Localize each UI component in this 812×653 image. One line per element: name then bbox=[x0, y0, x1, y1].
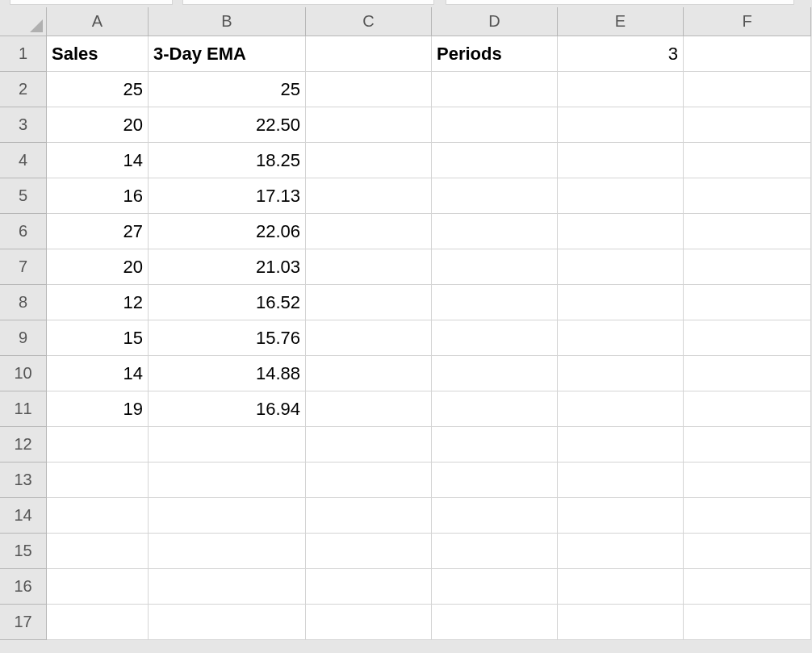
row-header-9[interactable]: 9 bbox=[0, 320, 47, 356]
cell-C10[interactable] bbox=[306, 356, 432, 391]
cell-B12[interactable] bbox=[149, 427, 306, 463]
cell-F15[interactable] bbox=[684, 534, 811, 569]
row-header-15[interactable]: 15 bbox=[0, 534, 47, 569]
cell-B4[interactable]: 18.25 bbox=[149, 143, 306, 178]
cell-D3[interactable] bbox=[432, 107, 558, 143]
cell-E13[interactable] bbox=[558, 463, 684, 498]
row-header-1[interactable]: 1 bbox=[0, 36, 47, 72]
cell-C3[interactable] bbox=[306, 107, 432, 143]
cell-C5[interactable] bbox=[306, 178, 432, 214]
cell-E6[interactable] bbox=[558, 214, 684, 249]
cell-A9[interactable]: 15 bbox=[47, 320, 149, 356]
cell-F17[interactable] bbox=[684, 605, 811, 640]
cell-A17[interactable] bbox=[47, 605, 149, 640]
cell-D2[interactable] bbox=[432, 72, 558, 107]
cell-A12[interactable] bbox=[47, 427, 149, 463]
row-header-6[interactable]: 6 bbox=[0, 214, 47, 249]
cell-A3[interactable]: 20 bbox=[47, 107, 149, 143]
cell-F1[interactable] bbox=[684, 36, 811, 72]
row-header-8[interactable]: 8 bbox=[0, 285, 47, 320]
cell-D1[interactable]: Periods bbox=[432, 36, 558, 72]
column-header-B[interactable]: B bbox=[149, 7, 306, 36]
spreadsheet-grid[interactable]: A B C D E F 1 Sales 3-Day EMA Periods 3 … bbox=[0, 7, 812, 640]
cell-C7[interactable] bbox=[306, 249, 432, 285]
row-header-4[interactable]: 4 bbox=[0, 143, 47, 178]
cell-F5[interactable] bbox=[684, 178, 811, 214]
cell-C11[interactable] bbox=[306, 391, 432, 427]
cell-C15[interactable] bbox=[306, 534, 432, 569]
column-header-C[interactable]: C bbox=[306, 7, 432, 36]
column-header-E[interactable]: E bbox=[558, 7, 684, 36]
cell-A14[interactable] bbox=[47, 498, 149, 534]
cell-F12[interactable] bbox=[684, 427, 811, 463]
cell-C13[interactable] bbox=[306, 463, 432, 498]
cell-E1[interactable]: 3 bbox=[558, 36, 684, 72]
cell-B13[interactable] bbox=[149, 463, 306, 498]
cell-F14[interactable] bbox=[684, 498, 811, 534]
cell-D5[interactable] bbox=[432, 178, 558, 214]
row-header-13[interactable]: 13 bbox=[0, 463, 47, 498]
row-header-12[interactable]: 12 bbox=[0, 427, 47, 463]
cell-B1[interactable]: 3-Day EMA bbox=[149, 36, 306, 72]
cell-C4[interactable] bbox=[306, 143, 432, 178]
cell-A11[interactable]: 19 bbox=[47, 391, 149, 427]
cell-F7[interactable] bbox=[684, 249, 811, 285]
cell-E5[interactable] bbox=[558, 178, 684, 214]
cell-E4[interactable] bbox=[558, 143, 684, 178]
cell-C6[interactable] bbox=[306, 214, 432, 249]
cell-D10[interactable] bbox=[432, 356, 558, 391]
cell-E3[interactable] bbox=[558, 107, 684, 143]
cell-E16[interactable] bbox=[558, 569, 684, 605]
cell-A10[interactable]: 14 bbox=[47, 356, 149, 391]
cell-D16[interactable] bbox=[432, 569, 558, 605]
row-header-11[interactable]: 11 bbox=[0, 391, 47, 427]
cell-E17[interactable] bbox=[558, 605, 684, 640]
cell-F16[interactable] bbox=[684, 569, 811, 605]
cell-D6[interactable] bbox=[432, 214, 558, 249]
cell-B9[interactable]: 15.76 bbox=[149, 320, 306, 356]
cell-B16[interactable] bbox=[149, 569, 306, 605]
cell-D8[interactable] bbox=[432, 285, 558, 320]
cell-F9[interactable] bbox=[684, 320, 811, 356]
cell-C9[interactable] bbox=[306, 320, 432, 356]
column-header-D[interactable]: D bbox=[432, 7, 558, 36]
row-header-2[interactable]: 2 bbox=[0, 72, 47, 107]
row-header-7[interactable]: 7 bbox=[0, 249, 47, 285]
cell-D15[interactable] bbox=[432, 534, 558, 569]
cell-E7[interactable] bbox=[558, 249, 684, 285]
row-header-14[interactable]: 14 bbox=[0, 498, 47, 534]
cell-C16[interactable] bbox=[306, 569, 432, 605]
cell-C8[interactable] bbox=[306, 285, 432, 320]
column-header-A[interactable]: A bbox=[47, 7, 149, 36]
cell-C2[interactable] bbox=[306, 72, 432, 107]
cell-A16[interactable] bbox=[47, 569, 149, 605]
cell-D7[interactable] bbox=[432, 249, 558, 285]
cell-E8[interactable] bbox=[558, 285, 684, 320]
row-header-16[interactable]: 16 bbox=[0, 569, 47, 605]
cell-C14[interactable] bbox=[306, 498, 432, 534]
cell-C17[interactable] bbox=[306, 605, 432, 640]
cell-B5[interactable]: 17.13 bbox=[149, 178, 306, 214]
cell-F13[interactable] bbox=[684, 463, 811, 498]
cell-D17[interactable] bbox=[432, 605, 558, 640]
column-header-F[interactable]: F bbox=[684, 7, 811, 36]
cell-B15[interactable] bbox=[149, 534, 306, 569]
cell-D9[interactable] bbox=[432, 320, 558, 356]
cell-A5[interactable]: 16 bbox=[47, 178, 149, 214]
cell-E10[interactable] bbox=[558, 356, 684, 391]
cell-B3[interactable]: 22.50 bbox=[149, 107, 306, 143]
cell-B7[interactable]: 21.03 bbox=[149, 249, 306, 285]
cell-B17[interactable] bbox=[149, 605, 306, 640]
row-header-10[interactable]: 10 bbox=[0, 356, 47, 391]
cell-B14[interactable] bbox=[149, 498, 306, 534]
cell-E15[interactable] bbox=[558, 534, 684, 569]
cell-E12[interactable] bbox=[558, 427, 684, 463]
cell-E2[interactable] bbox=[558, 72, 684, 107]
cell-A15[interactable] bbox=[47, 534, 149, 569]
cell-F11[interactable] bbox=[684, 391, 811, 427]
cell-A8[interactable]: 12 bbox=[47, 285, 149, 320]
cell-B10[interactable]: 14.88 bbox=[149, 356, 306, 391]
cell-A13[interactable] bbox=[47, 463, 149, 498]
cell-B2[interactable]: 25 bbox=[149, 72, 306, 107]
cell-F8[interactable] bbox=[684, 285, 811, 320]
